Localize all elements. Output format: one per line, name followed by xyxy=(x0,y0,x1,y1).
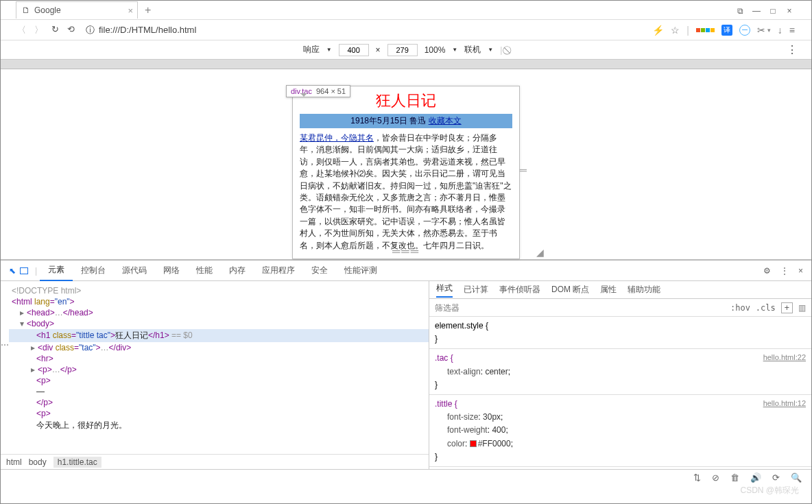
network-caret-icon[interactable]: ▼ xyxy=(488,47,493,53)
styles-panel: 样式 已计算 事件侦听器 DOM 断点 属性 辅助功能 :hov .cls + … xyxy=(429,281,811,469)
crumb-h1[interactable]: h1.tittle.tac xyxy=(53,457,102,468)
dom-selected-line[interactable]: <h1 class="tittle tac">狂人日记</h1> == $0 xyxy=(9,329,429,342)
tooltip-selector: div.tac xyxy=(291,87,312,95)
body-text: 某君昆仲，今隐其名，皆余昔日在中学时良友；分隔多年，消息渐阙。日前偶闻其一大病；… xyxy=(300,132,512,252)
footer-icon-b[interactable]: ⊘ xyxy=(712,472,719,483)
crumb-body[interactable]: body xyxy=(29,457,47,467)
site-info-icon[interactable]: ⓘ xyxy=(86,24,95,36)
styles-tab-props[interactable]: 属性 xyxy=(600,284,617,296)
download-icon[interactable]: ↓ xyxy=(778,25,783,36)
dimension-separator: × xyxy=(376,45,381,55)
source-link[interactable]: hello.html:22 xyxy=(763,352,806,364)
tab-application[interactable]: 应用程序 xyxy=(254,261,303,281)
responsive-label[interactable]: 响应 xyxy=(303,44,320,56)
tab-sources[interactable]: 源代码 xyxy=(114,261,155,281)
device-toolbar: 响应 ▼ × 100% ▼ 联机 ▼ | ⃠ ⋮ xyxy=(1,40,811,60)
devtools-menu-icon[interactable]: ⋮ xyxy=(780,266,789,276)
divider: | xyxy=(500,45,502,55)
tab-elements[interactable]: 元素 xyxy=(40,261,73,281)
inspect-icon[interactable]: ⬉ xyxy=(9,266,16,276)
devtools: ⬉ | 元素 控制台 源代码 网络 性能 内存 应用程序 安全 性能评测 ⚙ ⋮… xyxy=(1,259,811,485)
breadcrumb: html body h1.tittle.tac xyxy=(1,454,429,469)
tab-network[interactable]: 网络 xyxy=(155,261,188,281)
footer-icon-e[interactable]: ⟳ xyxy=(772,472,780,483)
body-paragraph: ，皆余昔日在中学时良友；分隔多年，消息渐阙。日前偶闻其一大病；适归故乡，迂道往访… xyxy=(300,133,512,250)
resize-handle-right[interactable]: || xyxy=(520,169,527,172)
viewport-width-input[interactable] xyxy=(339,44,369,56)
source-link[interactable]: hello.html:12 xyxy=(763,398,806,410)
reload-button[interactable]: ↻ xyxy=(51,24,59,36)
main-menu-icon[interactable]: ≡ xyxy=(789,25,795,36)
styles-tab-dombp[interactable]: DOM 断点 xyxy=(551,284,589,296)
ruler xyxy=(1,60,811,69)
footer-icon-c[interactable]: 🗑 xyxy=(730,472,739,483)
sidebar-toggle-icon[interactable]: ▥ xyxy=(798,303,806,313)
tab-audits[interactable]: 性能评测 xyxy=(336,261,385,281)
body-intro-link[interactable]: 某君昆仲，今隐其名 xyxy=(300,133,374,143)
footer-icon-f[interactable]: 🔍 xyxy=(791,472,802,483)
tab-favicon: 🗋 xyxy=(22,5,30,15)
crumb-html[interactable]: html xyxy=(6,457,22,467)
resize-corner-grip[interactable]: ◢ xyxy=(536,247,544,258)
window-controls: ⧉ — □ × xyxy=(735,6,794,16)
window-close-icon[interactable]: × xyxy=(785,6,794,16)
device-toggle-icon[interactable] xyxy=(20,267,28,274)
styles-tab-computed[interactable]: 已计算 xyxy=(464,284,488,296)
viewport-height-input[interactable] xyxy=(387,44,418,56)
scissors-icon[interactable]: ✂ xyxy=(757,25,765,36)
zoom-label[interactable]: 100% xyxy=(425,45,446,55)
tab-memory[interactable]: 内存 xyxy=(221,261,254,281)
devtools-footer: ⇅ ⊘ 🗑 🔊 ⟳ 🔍 xyxy=(1,469,811,485)
styles-tab-listeners[interactable]: 事件侦听器 xyxy=(499,284,540,296)
window-maximize-icon[interactable]: □ xyxy=(768,6,778,16)
tab-console[interactable]: 控制台 xyxy=(73,261,114,281)
viewport: div.tac 964 × 51 狂人日记 1918年5月15日 鲁迅 收藏本文… xyxy=(1,69,811,259)
bookmark-star-icon[interactable]: ☆ xyxy=(671,25,680,36)
tab-close-icon[interactable]: × xyxy=(128,5,133,16)
home-button[interactable]: ⟲ xyxy=(67,24,75,36)
footer-icon-d[interactable]: 🔊 xyxy=(750,472,761,483)
elements-panel[interactable]: <!DOCTYPE html> <html lang="en"> ▸<head>… xyxy=(1,281,429,469)
translate-icon[interactable]: 译 xyxy=(721,25,732,36)
tooltip-dimensions: 964 × 51 xyxy=(316,87,346,95)
window-minimize-icon[interactable]: — xyxy=(752,6,761,16)
device-frame: div.tac 964 × 51 狂人日记 1918年5月15日 鲁迅 收藏本文… xyxy=(292,86,520,259)
footer-icon-a[interactable]: ⇅ xyxy=(693,472,701,483)
add-rule-button[interactable]: + xyxy=(781,302,793,313)
bolt-icon[interactable]: ⚡ xyxy=(652,25,664,36)
zoom-caret-icon[interactable]: ▼ xyxy=(452,47,457,53)
styles-tabs: 样式 已计算 事件侦听器 DOM 断点 属性 辅助功能 xyxy=(429,281,811,299)
styles-tab-a11y[interactable]: 辅助功能 xyxy=(628,284,660,296)
ms-grid-icon[interactable] xyxy=(696,28,715,32)
tab-security[interactable]: 安全 xyxy=(303,261,336,281)
circle-minus-icon[interactable] xyxy=(739,25,750,36)
css-rules[interactable]: element.style { } hello.html:22.tac { te… xyxy=(429,317,811,469)
settings-gear-icon[interactable]: ⚙ xyxy=(763,266,771,276)
tab-title: Google xyxy=(34,5,61,15)
forward-button[interactable]: 〉 xyxy=(34,24,43,36)
dom-html-open: <html lang="en"> xyxy=(12,297,75,307)
window-popout-icon[interactable]: ⧉ xyxy=(735,6,745,16)
browser-tab[interactable]: 🗋 Google × xyxy=(16,1,138,19)
responsive-caret-icon[interactable]: ▼ xyxy=(326,47,332,53)
url-box[interactable]: ⓘ file:///D:/HTML/hello.html xyxy=(82,23,645,38)
color-swatch[interactable] xyxy=(470,440,477,447)
devtools-close-icon[interactable]: × xyxy=(798,266,803,276)
resize-handle-bottom[interactable]: ═══ xyxy=(392,245,420,258)
styles-tab-styles[interactable]: 样式 xyxy=(436,283,453,298)
new-tab-button[interactable]: + xyxy=(138,4,158,16)
back-button[interactable]: 〈 xyxy=(17,24,26,36)
cls-toggle[interactable]: .cls xyxy=(756,303,776,313)
devtools-tabs: ⬉ | 元素 控制台 源代码 网络 性能 内存 应用程序 安全 性能评测 ⚙ ⋮… xyxy=(1,261,811,281)
subtitle-bar: 1918年5月15日 鲁迅 收藏本文 xyxy=(300,114,512,128)
hov-toggle[interactable]: :hov xyxy=(730,303,750,313)
styles-filter: :hov .cls + ▥ xyxy=(429,299,811,317)
watermark: CSDN @韩琛光 xyxy=(740,485,799,496)
network-label[interactable]: 联机 xyxy=(464,44,481,56)
device-menu-icon[interactable]: ⋮ xyxy=(787,43,798,56)
dom-doctype: <!DOCTYPE html> xyxy=(12,286,81,296)
tab-performance[interactable]: 性能 xyxy=(188,261,221,281)
address-bar: 〈 〉 ↻ ⟲ ⓘ file:///D:/HTML/hello.html ⚡ ☆… xyxy=(1,20,811,40)
favorite-link[interactable]: 收藏本文 xyxy=(429,116,462,125)
filter-input[interactable] xyxy=(435,303,725,313)
